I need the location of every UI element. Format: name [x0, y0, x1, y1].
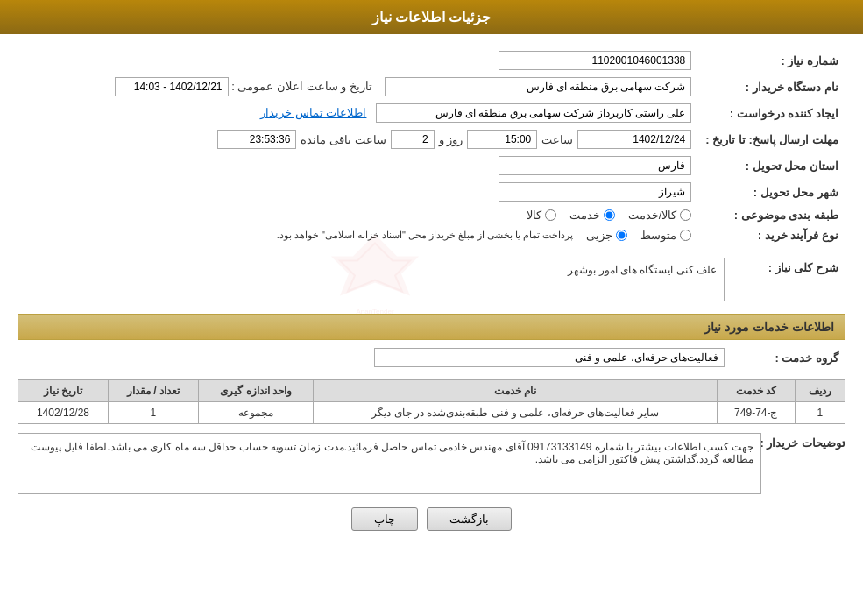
col-quantity: تعداد / مقدار [108, 380, 198, 402]
response-days-input[interactable] [391, 130, 435, 149]
city-label: شهر محل تحویل : [698, 179, 845, 205]
description-box: AnanTender علف کنی ایستگاه های امور بوشه… [25, 258, 725, 301]
cell-need_date: 1402/12/28 [18, 402, 109, 424]
col-need-date: تاریخ نیاز [18, 380, 109, 402]
service-table-header-row: ردیف کد خدمت نام خدمت واحد اندازه گیری ت… [18, 380, 845, 402]
contact-link[interactable]: اطلاعات تماس خریدار [260, 106, 366, 119]
category-kala-radio[interactable] [545, 209, 556, 221]
response-remaining-label: ساعت باقی مانده [301, 133, 386, 146]
response-time-label: ساعت [541, 133, 573, 146]
province-row: استان محل تحویل : [18, 152, 845, 179]
response-deadline-row: مهلت ارسال پاسخ: تا تاریخ : ساعت روز و س… [18, 126, 845, 152]
purchase-motavaset[interactable]: متوسط [640, 229, 691, 242]
description-table: شرح کلی نیاز : AnanTender علف کنی ایستگا… [18, 254, 845, 305]
purchase-jozi-label: جزیی [586, 229, 612, 242]
description-label: شرح کلی نیاز : [732, 254, 845, 305]
notes-label: توضیحات خریدار : [768, 433, 845, 450]
category-kala[interactable]: کالا [527, 209, 556, 222]
category-khedmat-radio[interactable] [604, 209, 615, 221]
print-button[interactable]: چاپ [351, 507, 418, 531]
announcement-input[interactable] [115, 77, 229, 96]
purchase-motavaset-label: متوسط [640, 229, 676, 242]
category-label: طبقه بندی موضوعی : [698, 205, 845, 225]
buyer-org-input[interactable] [385, 77, 691, 96]
service-table-head: ردیف کد خدمت نام خدمت واحد اندازه گیری ت… [18, 380, 845, 402]
cell-row_num: 1 [795, 402, 845, 424]
province-input[interactable] [499, 156, 691, 175]
category-kala-khedmat-radio[interactable] [680, 209, 691, 221]
service-group-input[interactable] [374, 348, 725, 367]
response-deadline-label: مهلت ارسال پاسخ: تا تاریخ : [698, 126, 845, 152]
col-service-name: نام خدمت [314, 380, 718, 402]
creator-row: ایجاد کننده درخواست : اطلاعات تماس خریدا… [18, 100, 845, 126]
province-label: استان محل تحویل : [698, 152, 845, 179]
cell-service_name: سایر فعالیت‌های حرفه‌ای، علمی و فنی طبقه… [314, 402, 718, 424]
service-group-table: گروه خدمت : [18, 344, 845, 371]
notes-box: جهت کسب اطلاعات بیشتر با شماره 091731331… [18, 433, 761, 494]
creator-label: ایجاد کننده درخواست : [698, 100, 845, 126]
cell-unit: مجموعه [198, 402, 314, 424]
col-unit: واحد اندازه گیری [198, 380, 314, 402]
buyer-org-label: نام دستگاه خریدار : [698, 74, 845, 100]
response-time-input[interactable] [467, 130, 537, 149]
response-date-input[interactable] [577, 130, 691, 149]
purchase-jozi-radio[interactable] [616, 230, 627, 241]
purchase-motavaset-radio[interactable] [680, 230, 691, 241]
notes-text: جهت کسب اطلاعات بیشتر با شماره 091731331… [31, 441, 754, 465]
purchase-type-row: نوع فرآیند خرید : متوسط جزیی [18, 225, 845, 245]
table-row: 1ج-74-749سایر فعالیت‌های حرفه‌ای، علمی و… [18, 402, 845, 424]
buyer-org-row: نام دستگاه خریدار : تاریخ و ساعت اعلان ع… [18, 74, 845, 100]
purchase-type-radio-group: متوسط جزیی [586, 229, 691, 242]
col-service-code: کد خدمت [717, 380, 795, 402]
back-button[interactable]: بازگشت [427, 507, 512, 531]
buyer-org-value: تاریخ و ساعت اعلان عمومی : [18, 74, 698, 100]
city-row: شهر محل تحویل : [18, 179, 845, 205]
need-number-label: شماره نیاز : [698, 47, 845, 74]
button-row: چاپ بازگشت [18, 507, 845, 531]
category-radio-group: کالا/خدمت خدمت کالا [25, 209, 691, 222]
service-table: ردیف کد خدمت نام خدمت واحد اندازه گیری ت… [18, 379, 845, 424]
category-kala-khedmat[interactable]: کالا/خدمت [628, 209, 692, 222]
col-row-num: ردیف [795, 380, 845, 402]
page-title: جزئیات اطلاعات نیاز [372, 10, 492, 25]
purchase-type-label: نوع فرآیند خرید : [698, 225, 845, 245]
creator-input[interactable] [376, 103, 691, 123]
need-number-value [60, 47, 698, 74]
page-header: جزئیات اطلاعات نیاز [0, 0, 863, 34]
service-group-label: گروه خدمت : [732, 344, 845, 371]
services-section-label: اطلاعات خدمات مورد نیاز [704, 320, 834, 334]
main-info-table: شماره نیاز : نام دستگاه خریدار : تاریخ و… [18, 47, 845, 245]
category-row: طبقه بندی موضوعی : کالا/خدمت خدمت [18, 205, 845, 225]
services-section-header: اطلاعات خدمات مورد نیاز [18, 314, 845, 340]
need-number-row: شماره نیاز : [18, 47, 845, 74]
purchase-type-note: پرداخت تمام یا بخشی از مبلغ خریداز محل "… [277, 230, 574, 241]
response-days-label: روز و [439, 133, 463, 146]
category-kala-khedmat-label: کالا/خدمت [628, 209, 677, 222]
content-area: شماره نیاز : نام دستگاه خریدار : تاریخ و… [0, 34, 863, 553]
page-container: جزئیات اطلاعات نیاز شماره نیاز : نام دست… [0, 0, 863, 616]
need-number-input[interactable] [499, 51, 691, 70]
city-input[interactable] [499, 182, 691, 202]
cell-service_code: ج-74-749 [717, 402, 795, 424]
service-group-row: گروه خدمت : [18, 344, 845, 371]
service-table-body: 1ج-74-749سایر فعالیت‌های حرفه‌ای، علمی و… [18, 402, 845, 424]
announcement-label: تاریخ و ساعت اعلان عمومی : [231, 80, 372, 93]
description-text: علف کنی ایستگاه های امور بوشهر [568, 264, 717, 276]
category-khedmat[interactable]: خدمت [569, 209, 615, 222]
purchase-jozi[interactable]: جزیی [586, 229, 627, 242]
purchase-type-container: متوسط جزیی پرداخت تمام یا بخشی از مبلغ خ… [25, 229, 691, 242]
notes-row: توضیحات خریدار : جهت کسب اطلاعات بیشتر ب… [18, 433, 845, 494]
response-remaining-input[interactable] [217, 130, 296, 149]
date-row: ساعت روز و ساعت باقی مانده [25, 130, 691, 149]
cell-quantity: 1 [108, 402, 198, 424]
category-khedmat-label: خدمت [569, 209, 600, 222]
category-kala-label: کالا [527, 209, 541, 222]
description-row: شرح کلی نیاز : AnanTender علف کنی ایستگا… [18, 254, 845, 305]
